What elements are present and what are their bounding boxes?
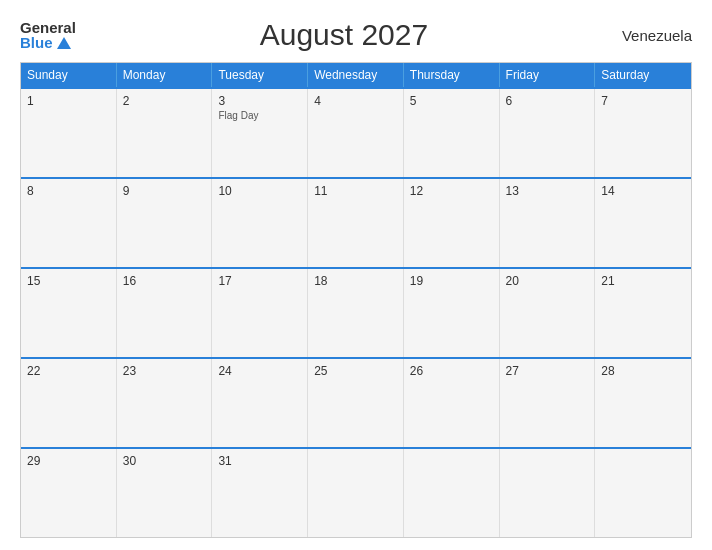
day-number: 6: [506, 94, 589, 108]
header-friday: Friday: [500, 63, 596, 87]
week-row-2: 891011121314: [21, 177, 691, 267]
day-cell-4-5: 26: [404, 359, 500, 447]
day-number: 27: [506, 364, 589, 378]
day-number: 4: [314, 94, 397, 108]
day-cell-3-2: 16: [117, 269, 213, 357]
day-cell-4-3: 24: [212, 359, 308, 447]
day-cell-3-1: 15: [21, 269, 117, 357]
country-label: Venezuela: [612, 27, 692, 44]
day-number: 25: [314, 364, 397, 378]
day-number: 16: [123, 274, 206, 288]
day-number: 26: [410, 364, 493, 378]
day-number: 14: [601, 184, 685, 198]
day-cell-5-3: 31: [212, 449, 308, 537]
calendar: Sunday Monday Tuesday Wednesday Thursday…: [20, 62, 692, 538]
week-row-1: 123Flag Day4567: [21, 87, 691, 177]
day-number: 8: [27, 184, 110, 198]
day-number: 18: [314, 274, 397, 288]
day-cell-1-2: 2: [117, 89, 213, 177]
logo-triangle-icon: [57, 37, 71, 49]
day-cell-1-5: 5: [404, 89, 500, 177]
day-cell-4-4: 25: [308, 359, 404, 447]
day-number: 23: [123, 364, 206, 378]
day-number: 10: [218, 184, 301, 198]
day-cell-2-2: 9: [117, 179, 213, 267]
day-cell-5-6: [500, 449, 596, 537]
day-cell-5-4: [308, 449, 404, 537]
day-number: 2: [123, 94, 206, 108]
day-cell-2-1: 8: [21, 179, 117, 267]
week-row-4: 22232425262728: [21, 357, 691, 447]
day-cell-1-6: 6: [500, 89, 596, 177]
day-number: 15: [27, 274, 110, 288]
day-cell-5-5: [404, 449, 500, 537]
day-cell-5-2: 30: [117, 449, 213, 537]
day-cell-4-2: 23: [117, 359, 213, 447]
day-cell-3-4: 18: [308, 269, 404, 357]
day-number: 13: [506, 184, 589, 198]
day-number: 21: [601, 274, 685, 288]
day-number: 7: [601, 94, 685, 108]
day-number: 17: [218, 274, 301, 288]
day-number: 3: [218, 94, 301, 108]
day-number: 24: [218, 364, 301, 378]
day-cell-4-7: 28: [595, 359, 691, 447]
day-number: 22: [27, 364, 110, 378]
day-number: 12: [410, 184, 493, 198]
day-number: 31: [218, 454, 301, 468]
logo: General Blue: [20, 20, 76, 50]
day-cell-3-3: 17: [212, 269, 308, 357]
page: General Blue August 2027 Venezuela Sunda…: [0, 0, 712, 550]
week-row-3: 15161718192021: [21, 267, 691, 357]
day-event: Flag Day: [218, 110, 301, 121]
day-number: 20: [506, 274, 589, 288]
day-cell-3-5: 19: [404, 269, 500, 357]
day-number: 1: [27, 94, 110, 108]
month-title: August 2027: [76, 18, 612, 52]
day-number: 19: [410, 274, 493, 288]
day-number: 29: [27, 454, 110, 468]
logo-general-text: General: [20, 20, 76, 35]
day-cell-1-3: 3Flag Day: [212, 89, 308, 177]
day-number: 5: [410, 94, 493, 108]
day-cell-4-6: 27: [500, 359, 596, 447]
day-cell-1-7: 7: [595, 89, 691, 177]
header-tuesday: Tuesday: [212, 63, 308, 87]
day-number: 28: [601, 364, 685, 378]
day-cell-1-4: 4: [308, 89, 404, 177]
calendar-body: 123Flag Day45678910111213141516171819202…: [21, 87, 691, 537]
day-cell-5-7: [595, 449, 691, 537]
header-saturday: Saturday: [595, 63, 691, 87]
day-cell-2-4: 11: [308, 179, 404, 267]
day-number: 9: [123, 184, 206, 198]
header-thursday: Thursday: [404, 63, 500, 87]
header: General Blue August 2027 Venezuela: [20, 18, 692, 52]
day-cell-2-5: 12: [404, 179, 500, 267]
logo-blue-text: Blue: [20, 35, 76, 50]
header-wednesday: Wednesday: [308, 63, 404, 87]
day-cell-5-1: 29: [21, 449, 117, 537]
day-headers-row: Sunday Monday Tuesday Wednesday Thursday…: [21, 63, 691, 87]
header-monday: Monday: [117, 63, 213, 87]
day-cell-2-7: 14: [595, 179, 691, 267]
day-number: 30: [123, 454, 206, 468]
day-cell-3-6: 20: [500, 269, 596, 357]
day-cell-2-3: 10: [212, 179, 308, 267]
day-cell-1-1: 1: [21, 89, 117, 177]
header-sunday: Sunday: [21, 63, 117, 87]
day-cell-3-7: 21: [595, 269, 691, 357]
day-cell-4-1: 22: [21, 359, 117, 447]
day-cell-2-6: 13: [500, 179, 596, 267]
day-number: 11: [314, 184, 397, 198]
week-row-5: 293031: [21, 447, 691, 537]
